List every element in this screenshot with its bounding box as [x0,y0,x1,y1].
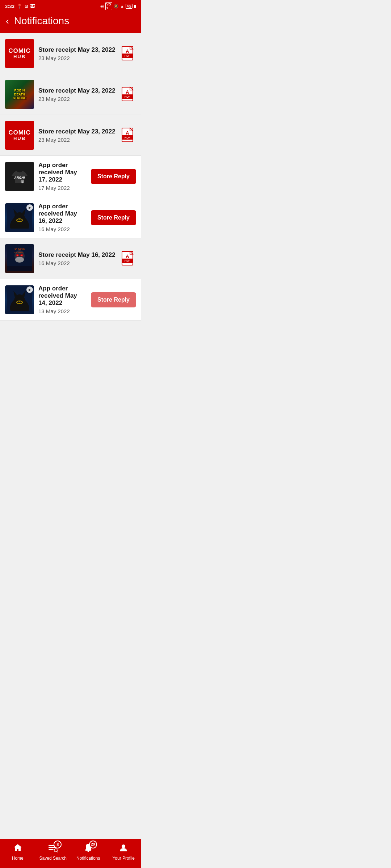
batman-thumb: ▶ [5,203,34,232]
comic-hub-logo: COMIC HUB [5,121,34,150]
item-action[interactable]: PDF A [121,127,136,144]
svg-text:PDF: PDF [125,259,130,263]
time-display: 3:33 [5,4,14,9]
item-action[interactable]: Store Reply [91,210,136,225]
store-reply-button[interactable]: Store Reply [91,169,136,184]
comic-hub-logo: COMIC HUB [5,39,34,68]
robin-comic-thumb: ROBINDEATHSTROKE [5,80,34,109]
horror-thumb: 30 DAYS OF NIGHT [5,244,34,273]
svg-point-29 [21,255,22,256]
svg-rect-33 [7,266,32,271]
page-title: Notifications [14,15,70,27]
item-action[interactable]: PDF A [121,250,136,267]
item-date: 17 May 2022 [38,185,87,191]
item-date: 13 May 2022 [38,308,87,314]
svg-text:30 DAYS: 30 DAYS [14,248,25,251]
item-thumbnail: ▶ [5,285,34,314]
store-reply-button[interactable]: Store Reply [91,210,136,225]
status-right: ◎ VO1 🔕 ▲ 4G ▮ [100,2,136,10]
item-content: Store receipt May 23, 2022 23 May 2022 [38,46,117,61]
svg-point-30 [15,257,24,263]
item-content: Store receipt May 16, 2022 16 May 2022 [38,251,117,266]
item-content: App order received May 16, 2022 16 May 2… [38,203,87,232]
svg-text:OF NIGHT: OF NIGHT [14,251,25,254]
item-thumbnail: ▶ [5,203,34,232]
item-content: App order received May 17, 2022 17 May 2… [38,162,87,191]
status-bar: 3:33 📍 ⊡ 🖼 ◎ VO1 🔕 ▲ 4G ▮ [0,0,141,12]
mute-icon: 🔕 [114,4,119,9]
item-action[interactable]: PDF A [121,45,136,62]
item-thumbnail: COMIC HUB [5,39,34,68]
photo-icon: 🖼 [30,4,35,9]
notification-item[interactable]: ARGH! ⊕ App order received May 17, 2022 … [0,156,141,197]
pdf-icon[interactable]: PDF A [121,45,136,62]
item-title: App order received May 14, 2022 [38,285,87,307]
svg-text:A: A [126,89,129,95]
pdf-icon[interactable]: PDF A [121,250,136,267]
back-button[interactable]: ‹ [6,16,9,26]
batman-thumb-2: ▶ [5,285,34,314]
notification-list: COMIC HUB Store receipt May 23, 2022 23 … [0,33,141,349]
item-title: Store receipt May 23, 2022 [38,87,117,94]
svg-text:PDF: PDF [125,136,130,139]
item-title: App order received May 17, 2022 [38,162,87,183]
item-action[interactable]: Store Reply [91,169,136,184]
store-reply-button[interactable]: Store Reply [91,292,136,307]
svg-text:A: A [126,48,129,54]
play-overlay: ▶ [26,204,33,211]
top-nav: ‹ Notifications [0,12,141,33]
pdf-icon[interactable]: PDF A [121,86,136,103]
battery-icon: ▮ [134,4,136,9]
notification-item[interactable]: ▶ App order received May 14, 2022 13 May… [0,279,141,320]
item-date: 23 May 2022 [38,55,117,61]
item-thumbnail: 30 DAYS OF NIGHT [5,244,34,273]
item-thumbnail: ARGH! ⊕ [5,162,34,191]
svg-text:A: A [126,254,129,259]
item-date: 23 May 2022 [38,137,117,143]
item-title: App order received May 16, 2022 [38,203,87,225]
item-date: 16 May 2022 [38,226,87,232]
4g-icon: 4G [126,4,133,9]
signal-icon: ▲ [120,4,124,8]
notification-item[interactable]: ROBINDEATHSTROKE Store receipt May 23, 2… [0,74,141,115]
item-title: Store receipt May 16, 2022 [38,251,117,259]
notification-item[interactable]: COMIC HUB Store receipt May 23, 2022 23 … [0,115,141,156]
play-overlay-2: ▶ [26,286,33,293]
tshirt-thumb: ARGH! ⊕ [5,162,34,191]
svg-text:PDF: PDF [125,95,130,98]
pdf-icon[interactable]: PDF A [121,127,136,144]
item-title: Store receipt May 23, 2022 [38,46,117,54]
item-action[interactable]: PDF A [121,86,136,103]
item-date: 16 May 2022 [38,260,117,266]
notification-item[interactable]: 30 DAYS OF NIGHT Store receipt May 16, 2… [0,238,141,279]
status-left: 3:33 📍 ⊡ 🖼 [5,4,35,9]
item-thumbnail: ROBINDEATHSTROKE [5,80,34,109]
svg-text:ARGH!: ARGH! [14,176,25,179]
location-pin-icon: 📍 [17,4,22,9]
notification-item[interactable]: ▶ App order received May 16, 2022 16 May… [0,197,141,238]
outlook-icon: ⊡ [25,4,28,9]
volte-icon: VO1 [105,2,112,10]
item-content: App order received May 14, 2022 13 May 2… [38,285,87,314]
svg-text:⊕: ⊕ [22,181,23,183]
svg-text:A: A [126,130,129,136]
svg-text:PDF: PDF [125,54,130,58]
notification-item[interactable]: COMIC HUB Store receipt May 23, 2022 23 … [0,33,141,74]
cast-icon: ◎ [100,4,104,9]
item-content: Store receipt May 23, 2022 23 May 2022 [38,87,117,102]
item-date: 23 May 2022 [38,96,117,102]
item-title: Store receipt May 23, 2022 [38,128,117,135]
svg-point-28 [17,255,18,256]
item-content: Store receipt May 23, 2022 23 May 2022 [38,128,117,143]
item-thumbnail: COMIC HUB [5,121,34,150]
item-action[interactable]: Store Reply [91,292,136,307]
